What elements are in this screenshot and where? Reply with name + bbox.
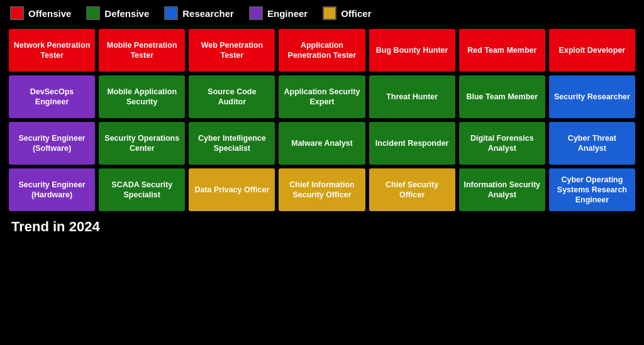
legend-item-officer: Officer xyxy=(323,6,371,20)
cyber-operating-systems-research-engineer[interactable]: Cyber Operating Systems Research Enginee… xyxy=(549,168,635,211)
exploit-developer[interactable]: Exploit Developer xyxy=(549,29,635,72)
information-security-analyst[interactable]: Information Security Analyst xyxy=(459,168,545,211)
trend-label: Trend in 2024 xyxy=(0,212,644,235)
legend-item-offensive: Offensive xyxy=(10,6,71,20)
legend-item-defensive: Defensive xyxy=(86,6,149,20)
grid-container: Network Penetration TesterMobile Penetra… xyxy=(0,24,644,212)
threat-hunter[interactable]: Threat Hunter xyxy=(369,75,455,118)
source-code-auditor[interactable]: Source Code Auditor xyxy=(189,75,275,118)
malware-analyst[interactable]: Malware Analyst xyxy=(279,122,365,165)
legend-item-researcher: Researcher xyxy=(164,6,234,20)
legend-label-defensive: Defensive xyxy=(104,8,149,19)
legend-label-officer: Officer xyxy=(341,8,371,19)
security-engineer-hardware[interactable]: Security Engineer (Hardware) xyxy=(9,168,95,211)
incident-responder[interactable]: Incident Responder xyxy=(369,122,455,165)
red-team-member[interactable]: Red Team Member xyxy=(459,29,545,72)
scada-security-specialist[interactable]: SCADA Security Specialist xyxy=(99,168,185,211)
application-security-expert[interactable]: Application Security Expert xyxy=(279,75,365,118)
cyber-intelligence-specialist[interactable]: Cyber Intelligence Specialist xyxy=(189,122,275,165)
legend-box-offensive xyxy=(10,6,24,20)
digital-forensics-analyst[interactable]: Digital Forensics Analyst xyxy=(459,122,545,165)
web-penetration-tester[interactable]: Web Penetration Tester xyxy=(189,29,275,72)
application-penetration-tester[interactable]: Application Penetration Tester xyxy=(279,29,365,72)
mobile-penetration-tester[interactable]: Mobile Penetration Tester xyxy=(99,29,185,72)
cyber-threat-analyst[interactable]: Cyber Threat Analyst xyxy=(549,122,635,165)
network-penetration-tester[interactable]: Network Penetration Tester xyxy=(9,29,95,72)
legend-label-engineer: Engineer xyxy=(267,8,308,19)
chief-information-security-officer[interactable]: Chief Information Security Officer xyxy=(279,168,365,211)
legend-box-researcher xyxy=(164,6,178,20)
chief-security-officer[interactable]: Chief Security Officer xyxy=(369,168,455,211)
bug-bounty-hunter[interactable]: Bug Bounty Hunter xyxy=(369,29,455,72)
legend-box-officer xyxy=(323,6,336,20)
legend-bar: OffensiveDefensiveResearcherEngineerOffi… xyxy=(0,0,644,24)
legend-box-defensive xyxy=(86,6,100,20)
blue-team-member[interactable]: Blue Team Member xyxy=(459,75,545,118)
legend-label-researcher: Researcher xyxy=(182,8,234,19)
legend-label-offensive: Offensive xyxy=(28,8,71,19)
security-operations-center[interactable]: Security Operations Center xyxy=(99,122,185,165)
mobile-application-security[interactable]: Mobile Application Security xyxy=(99,75,185,118)
data-privacy-officer[interactable]: Data Privacy Officer xyxy=(189,168,275,211)
security-engineer-software[interactable]: Security Engineer (Software) xyxy=(9,122,95,165)
legend-box-engineer xyxy=(249,6,263,20)
security-researcher[interactable]: Security Researcher xyxy=(549,75,635,118)
legend-item-engineer: Engineer xyxy=(249,6,308,20)
devsecops-engineer[interactable]: DevSecOps Engineer xyxy=(9,75,95,118)
